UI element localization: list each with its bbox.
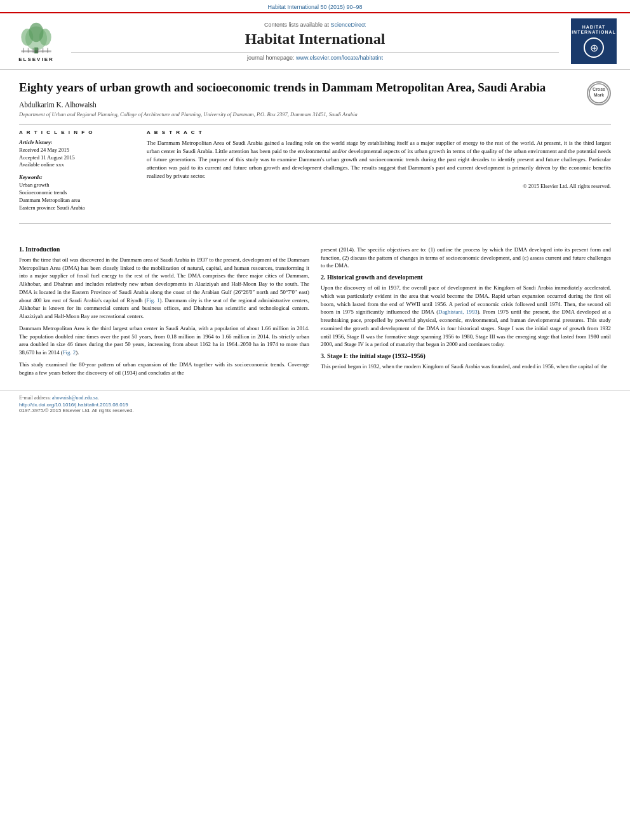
svg-text:Cross: Cross: [593, 87, 605, 91]
intro-right-para-1: present (2014). The specific objectives …: [321, 246, 611, 270]
body-right-column: present (2014). The specific objectives …: [321, 246, 611, 381]
article-history: Article history: Received 24 May 2015 Ac…: [19, 139, 137, 170]
copyright-text: © 2015 Elsevier Ltd. All rights reserved…: [147, 183, 611, 189]
history-label: Article history:: [19, 139, 137, 145]
header-divider: [71, 52, 559, 53]
article-info-label: A R T I C L E I N F O: [19, 130, 137, 135]
keywords-group: Keywords: Urban growth Socioeconomic tre…: [19, 174, 137, 212]
article-info-abstract: A R T I C L E I N F O Article history: R…: [19, 130, 611, 217]
separator: [19, 124, 611, 124]
crossmark-badge[interactable]: Cross Mark: [587, 81, 611, 105]
intro-para-2: Dammam Metropolitan Area is the third la…: [19, 324, 309, 357]
keywords-label: Keywords:: [19, 174, 137, 180]
keyword-2: Socioeconomic trends: [19, 189, 137, 197]
journal-title: Habitat International: [245, 30, 385, 48]
abstract-panel: A B S T R A C T The Dammam Metropolitan …: [147, 130, 611, 217]
email-link[interactable]: ahowaish@uod.edu.sa: [52, 395, 98, 401]
intro-para-1: From the time that oil was discovered in…: [19, 256, 309, 321]
author-affiliation: Department of Urban and Regional Plannin…: [19, 111, 611, 117]
abstract-text: The Dammam Metropolitan Area of Saudi Ar…: [147, 139, 611, 180]
elsevier-tree-icon: [17, 20, 55, 55]
sciencedirect-label: Contents lists available at ScienceDirec…: [264, 22, 366, 28]
svg-rect-11: [47, 48, 48, 53]
doi-text[interactable]: http://dx.doi.org/10.1016/j.habitatint.2…: [19, 402, 611, 408]
keyword-1: Urban growth: [19, 182, 137, 189]
elsevier-logo-container: ELSEVIER: [8, 18, 65, 64]
habitat-badge-icon: ⊕: [584, 37, 604, 58]
abstract-label: A B S T R A C T: [147, 130, 611, 135]
svg-text:Mark: Mark: [594, 93, 604, 97]
keyword-4: Eastern province Saudi Arabia: [19, 204, 137, 212]
historical-heading: 2. Historical growth and development: [321, 274, 611, 281]
stage1-para-1: This period began in 1932, when the mode…: [321, 363, 611, 371]
habitat-badge: HABITAT INTERNATIONAL ⊕: [571, 18, 617, 64]
habitat-badge-title: HABITAT INTERNATIONAL: [572, 25, 616, 36]
fig2-link[interactable]: Fig. 2: [63, 349, 76, 356]
historical-para-1: Upon the discovery of oil in 1937, the o…: [321, 284, 611, 349]
habitat-badge-container: HABITAT INTERNATIONAL ⊕: [565, 18, 622, 64]
email-footnote: E-mail address: ahowaish@uod.edu.sa.: [19, 395, 611, 401]
author-name: Abdulkarim K. Alhowaish: [19, 101, 611, 109]
article-info-panel: A R T I C L E I N F O Article history: R…: [19, 130, 137, 217]
journal-homepage: journal homepage: www.elsevier.com/locat…: [247, 55, 383, 61]
stage1-heading: 3. Stage I: the initial stage (1932–1956…: [321, 352, 611, 359]
fig1-link[interactable]: Fig. 1: [146, 297, 159, 303]
issn-text: 0197-3975/© 2015 Elsevier Ltd. All right…: [19, 408, 611, 413]
elsevier-logo: ELSEVIER: [17, 20, 55, 62]
available-online: Available online xxx: [19, 161, 137, 169]
article-title: Eighty years of urban growth and socioec…: [19, 80, 611, 96]
separator-2: [19, 223, 611, 224]
received-date: Received 24 May 2015: [19, 147, 137, 154]
svg-rect-5: [21, 50, 51, 52]
svg-rect-7: [28, 48, 29, 53]
main-body: 1. Introduction From the time that oil w…: [0, 239, 630, 387]
keyword-3: Dammam Metropolitan area: [19, 197, 137, 204]
intro-heading: 1. Introduction: [19, 246, 309, 253]
crossmark-icon: Cross Mark: [587, 81, 611, 105]
footnote-area: E-mail address: ahowaish@uod.edu.sa. htt…: [0, 390, 630, 416]
homepage-link[interactable]: www.elsevier.com/locate/habitatint: [296, 55, 383, 61]
accepted-date: Accepted 11 August 2015: [19, 154, 137, 162]
journal-reference: Habitat International 50 (2015) 90–98: [0, 0, 630, 12]
elsevier-wordmark: ELSEVIER: [18, 57, 54, 62]
journal-header-center: Contents lists available at ScienceDirec…: [71, 18, 559, 64]
svg-rect-8: [32, 48, 34, 53]
sciencedirect-link[interactable]: ScienceDirect: [331, 22, 366, 28]
daghistani-link[interactable]: Daghistani, 1993: [438, 309, 478, 315]
svg-rect-10: [42, 48, 43, 53]
intro-para-3: This study examined the 80-year pattern …: [19, 361, 309, 377]
journal-header: ELSEVIER Contents lists available at Sci…: [0, 12, 630, 70]
body-left-column: 1. Introduction From the time that oil w…: [19, 246, 309, 381]
svg-point-4: [29, 23, 44, 42]
svg-rect-6: [23, 48, 24, 53]
svg-rect-9: [37, 48, 39, 53]
article-header-section: Cross Mark Eighty years of urban growth …: [0, 70, 630, 239]
